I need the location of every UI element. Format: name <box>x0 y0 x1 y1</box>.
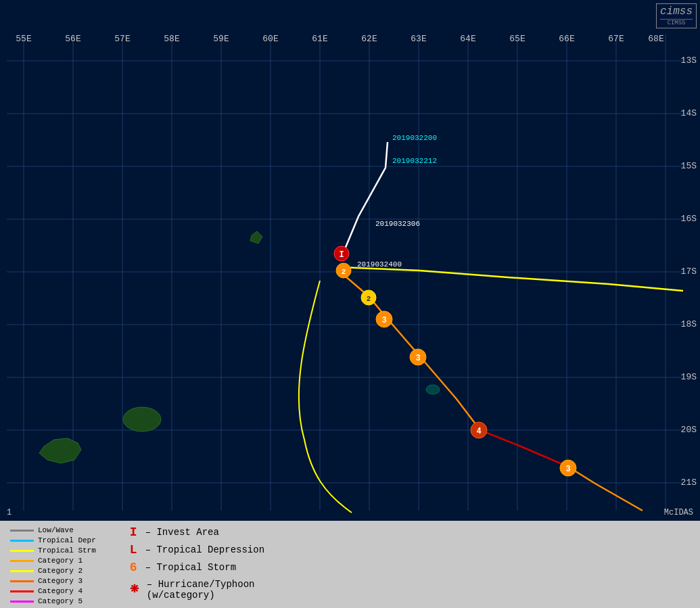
legend-line-low <box>10 530 34 532</box>
legend-line-td <box>10 540 34 542</box>
lon-56E: 56E <box>65 34 80 44</box>
legend-ts-symbol: 6 – Tropical Storm <box>130 561 264 574</box>
lon-65E: 65E <box>509 34 525 44</box>
svg-marker-25 <box>39 438 81 463</box>
map-area: I 2 2 3 3 4 3 <box>0 0 700 521</box>
lon-61E: 61E <box>312 34 327 44</box>
legend-label-cat3: Category 3 <box>38 577 83 585</box>
map-grid: I 2 2 3 3 4 3 <box>0 0 700 521</box>
legend-label-ts: Tropical Strm <box>38 546 96 555</box>
svg-text:2: 2 <box>342 268 346 276</box>
legend-invest: I – Invest Area <box>130 526 264 538</box>
legend-label-cat2: Category 2 <box>38 567 83 575</box>
lat-14S: 14S <box>681 108 697 118</box>
mcidas-label: McIDAS <box>664 508 693 517</box>
legend-cat3: Category 3 <box>10 577 96 585</box>
lon-58E: 58E <box>164 34 179 44</box>
lon-64E: 64E <box>460 34 475 44</box>
legend-lines-col: Low/Wave Tropical Depr Tropical Strm Cat… <box>10 526 96 605</box>
lon-63E: 63E <box>411 34 426 44</box>
legend-ts-label: – Tropical Storm <box>145 562 236 573</box>
legend-invest-label: – Invest Area <box>145 527 219 538</box>
hurricane-symbol: ❋ <box>130 584 139 595</box>
lat-20S: 20S <box>681 425 697 435</box>
legend-label-cat1: Category 1 <box>38 557 83 565</box>
ts-symbol: 6 <box>130 561 137 574</box>
svg-point-27 <box>334 246 349 261</box>
timestamp-2019032400: 2019032400 <box>357 260 402 268</box>
legend-cat4: Category 4 <box>10 587 96 595</box>
legend-line-cat1 <box>10 560 34 562</box>
svg-text:3: 3 <box>565 465 570 474</box>
legend-cat1: Category 1 <box>10 557 96 565</box>
legend-hurricane-symbol: ❋ – Hurricane/Typhoon(w/category) <box>130 579 264 601</box>
legend-line-cat5 <box>10 601 34 603</box>
lon-57E: 57E <box>114 34 130 44</box>
svg-point-33 <box>376 311 392 327</box>
legend-cat2: Category 2 <box>10 567 96 575</box>
legend-tropical-strm: Tropical Strm <box>10 546 96 555</box>
timestamp-2019032212: 2019032212 <box>392 157 437 165</box>
svg-point-39 <box>560 460 576 476</box>
svg-point-31 <box>361 290 376 305</box>
legend-line-ts <box>10 550 34 552</box>
lat-17S: 17S <box>681 266 697 277</box>
legend-tropical-depr: Tropical Depr <box>10 536 96 544</box>
lat-15S: 15S <box>681 161 697 171</box>
legend-cat5: Category 5 <box>10 597 96 605</box>
legend-area: Low/Wave Tropical Depr Tropical Strm Cat… <box>0 521 700 608</box>
lat-18S: 18S <box>681 319 697 329</box>
lon-62E: 62E <box>361 34 377 44</box>
legend-line-cat2 <box>10 570 34 572</box>
frame-number: 1 <box>7 508 11 517</box>
lon-55E: 55E <box>16 34 31 44</box>
legend-label-low: Low/Wave <box>38 526 74 534</box>
lon-68E: 68E <box>648 34 663 44</box>
legend-label-cat5: Category 5 <box>38 597 83 605</box>
legend-symbols-col: I – Invest Area L – Tropical Depression … <box>130 526 264 601</box>
timestamp-2019032200: 2019032200 <box>392 134 437 142</box>
legend-line-cat3 <box>10 580 34 582</box>
legend-td-symbol: L – Tropical Depression <box>130 544 264 556</box>
lon-59E: 59E <box>213 34 229 44</box>
svg-point-29 <box>336 263 351 278</box>
map-container: I 2 2 3 3 4 3 <box>0 0 700 608</box>
cimss-logo: cimss CIMSS <box>656 3 697 28</box>
svg-text:2: 2 <box>367 295 371 303</box>
svg-text:I: I <box>339 250 344 260</box>
lon-67E: 67E <box>608 34 624 44</box>
svg-point-37 <box>471 422 487 438</box>
svg-point-26 <box>426 385 440 394</box>
svg-marker-23 <box>250 231 262 243</box>
legend-label-cat4: Category 4 <box>38 587 83 595</box>
legend-line-cat4 <box>10 590 34 592</box>
lat-13S: 13S <box>681 55 697 66</box>
lat-19S: 19S <box>681 372 697 382</box>
legend-td-label: – Tropical Depression <box>145 544 264 555</box>
svg-point-24 <box>123 407 161 431</box>
timestamp-2019032306: 2019032306 <box>375 220 420 228</box>
legend-label-td: Tropical Depr <box>38 536 96 544</box>
svg-text:3: 3 <box>381 316 386 325</box>
lat-21S: 21S <box>681 477 697 488</box>
legend-hurricane-label: – Hurricane/Typhoon(w/category) <box>147 579 255 601</box>
lon-66E: 66E <box>559 34 574 44</box>
lon-60E: 60E <box>262 34 278 44</box>
legend-low-wave: Low/Wave <box>10 526 96 534</box>
svg-text:4: 4 <box>476 427 481 436</box>
lat-16S: 16S <box>681 214 697 224</box>
td-symbol: L <box>130 544 137 556</box>
svg-text:3: 3 <box>415 354 420 363</box>
invest-symbol: I <box>130 526 137 538</box>
svg-point-35 <box>410 349 426 365</box>
